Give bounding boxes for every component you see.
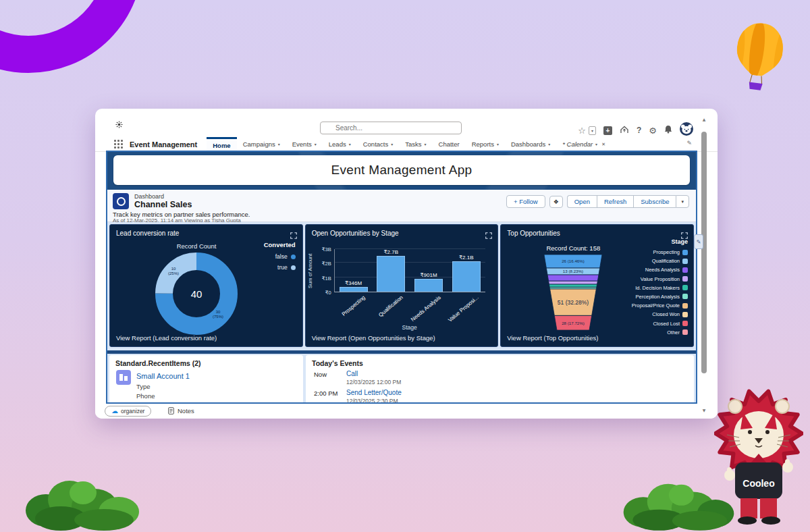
salesforce-window: ☆ ▾ + ? ⚙ Event Management Home xyxy=(95,109,718,419)
y-tick: ₹0 xyxy=(310,290,331,296)
bar-chart: ₹346M ₹2.7B ₹901M ₹2.1B xyxy=(334,249,485,292)
y-tick: ₹2B xyxy=(310,261,331,267)
chevron-down-icon: ▾ xyxy=(391,142,393,147)
event-link[interactable]: Call xyxy=(346,370,401,377)
setup-gear-icon[interactable]: ⚙ xyxy=(649,126,657,135)
window-scrollbar[interactable]: ▲ ▼ xyxy=(701,117,707,413)
y-tick: ₹1B xyxy=(310,275,331,282)
tab-reports[interactable]: Reports▾ xyxy=(466,137,505,151)
x-axis-title: Stage xyxy=(334,324,485,331)
record-fields: Type Phone Website Account OwnerTisha Gu… xyxy=(136,383,222,404)
app-launcher-icon[interactable] xyxy=(114,140,123,149)
help-icon[interactable]: ? xyxy=(637,126,641,135)
view-report-link[interactable]: View Report (Lead conversion rate) xyxy=(116,334,217,342)
legend-item[interactable]: Id. Decision Makers xyxy=(632,285,688,291)
legend-item[interactable]: Value Proposition xyxy=(632,276,688,282)
tab-leads[interactable]: Leads▾ xyxy=(323,137,357,151)
favorites-dropdown-icon[interactable]: ▾ xyxy=(589,126,596,135)
notes-utility-button[interactable]: Notes xyxy=(168,407,194,415)
chevron-down-icon: ▾ xyxy=(315,142,317,147)
trailhead-icon[interactable] xyxy=(620,124,629,136)
legend-item[interactable]: Proposal/Price Quote xyxy=(632,302,688,309)
svg-text:13 (8.23%): 13 (8.23%) xyxy=(563,269,583,273)
subscribe-button[interactable]: Subscribe xyxy=(633,195,676,208)
legend-item[interactable]: Needs Analysis xyxy=(632,267,688,273)
slice-label-false: 30(75%) xyxy=(203,310,233,319)
open-button[interactable]: Open xyxy=(567,195,597,208)
search-input[interactable] xyxy=(320,122,462,134)
legend-item-false[interactable]: false xyxy=(264,253,296,260)
legend-item[interactable]: Closed Lost xyxy=(632,321,688,327)
tab-events[interactable]: Events▾ xyxy=(286,137,323,151)
bar-needs-analysis[interactable]: ₹901M xyxy=(410,249,448,292)
lion-mascot: Cooleo xyxy=(714,373,803,528)
record-link[interactable]: Small Account 1 xyxy=(136,372,190,380)
svg-text:51 (32.28%): 51 (32.28%) xyxy=(558,299,589,306)
dashboard-canvas: Lead conversion rate Record Count 40 10(… xyxy=(107,222,696,352)
page-content: Event Management App Dashboard Channel S… xyxy=(106,151,697,404)
user-avatar[interactable] xyxy=(680,122,693,138)
dashboard-icon xyxy=(113,193,129,209)
legend-item[interactable]: Other xyxy=(632,329,688,336)
todays-events-panel: Today's Events Now Call 12/03/2025 12:00… xyxy=(306,355,694,404)
open-opportunities-panel: Open Opportunities by Stage Sum of Amoun… xyxy=(305,224,499,347)
record-type-label: Dashboard xyxy=(134,193,164,200)
view-report-link[interactable]: View Report (Open Opportunities by Stage… xyxy=(312,334,435,342)
mascot-shirt-text: Cooleo xyxy=(742,478,774,489)
legend-dot xyxy=(291,265,296,270)
y-tick: ₹3B xyxy=(310,246,331,252)
legend-dot xyxy=(291,255,296,259)
refresh-button[interactable]: Refresh xyxy=(597,195,633,208)
org-logo-icon xyxy=(115,119,123,131)
recent-items-panel: Standard.RecentItems (2) Small Account 1… xyxy=(109,355,303,404)
legend-item[interactable]: Prospecting xyxy=(632,249,688,255)
bar-qualification[interactable]: ₹2.7B xyxy=(372,249,410,292)
todays-events-title: Today's Events xyxy=(312,359,363,367)
event-row: Now Call 12/03/2025 12:00 PM xyxy=(314,370,402,385)
tab-chatter[interactable]: Chatter xyxy=(433,137,466,151)
legend-item[interactable]: Perception Analysis xyxy=(632,294,688,300)
expand-icon[interactable] xyxy=(290,230,297,242)
tab-contacts[interactable]: Contacts▾ xyxy=(357,137,400,151)
global-header: ☆ ▾ + ? ⚙ xyxy=(95,109,718,137)
tab-calendar[interactable]: * Calendar▾✕ xyxy=(556,137,612,151)
lead-conversion-panel: Lead conversion rate Record Count 40 10(… xyxy=(109,224,303,347)
chart-title: Top Opportunities xyxy=(507,230,560,237)
recent-items-title: Standard.RecentItems (2) xyxy=(115,359,201,367)
hot-air-balloon-decoration xyxy=(730,20,788,99)
legend-item-true[interactable]: true xyxy=(264,264,296,271)
legend-item[interactable]: Closed Won xyxy=(632,311,688,317)
view-report-link[interactable]: View Report (Top Opportunities) xyxy=(507,334,598,342)
tab-dashboards[interactable]: Dashboards▾ xyxy=(505,137,556,151)
favorites-star-icon[interactable]: ☆ xyxy=(578,126,586,135)
scroll-down-icon[interactable]: ▼ xyxy=(701,408,707,413)
close-tab-icon[interactable]: ✕ xyxy=(601,142,605,147)
record-count-label: Record Count: 158 xyxy=(509,244,637,252)
chart-title: Lead conversion rate xyxy=(116,230,179,237)
organizer-utility-button[interactable]: ☁ organizer xyxy=(105,406,151,417)
einstein-icon-button[interactable]: ❖ xyxy=(549,196,563,208)
global-actions-icon[interactable]: + xyxy=(603,126,612,135)
donut-legend: Converted false true xyxy=(264,241,296,275)
more-actions-dropdown[interactable]: ▾ xyxy=(676,195,689,208)
utility-bar: ☁ organizer Notes xyxy=(95,404,718,419)
notifications-bell-icon[interactable] xyxy=(664,124,672,136)
follow-button[interactable]: + Follow xyxy=(506,195,545,208)
funnel-legend: Stage Prospecting Qualification Needs An… xyxy=(632,238,688,338)
bar-value-proposition[interactable]: ₹2.1B xyxy=(448,249,485,292)
tab-campaigns[interactable]: Campaigns▾ xyxy=(237,137,286,151)
edit-dashboard-edge-tab[interactable]: ✎ xyxy=(694,234,703,249)
expand-icon[interactable] xyxy=(485,230,492,242)
scrollbar-thumb[interactable] xyxy=(701,132,707,373)
donut-axis-title: Record Count xyxy=(155,242,238,250)
chevron-down-icon: ▾ xyxy=(548,142,550,147)
legend-item[interactable]: Qualification xyxy=(632,258,688,264)
scroll-up-icon[interactable]: ▲ xyxy=(701,117,707,122)
bar-prospecting[interactable]: ₹346M xyxy=(335,249,373,292)
top-opportunities-panel: Top Opportunities Record Count: 158 26 (… xyxy=(500,224,694,347)
tab-tasks[interactable]: Tasks▾ xyxy=(399,137,432,151)
edit-page-pencil-icon[interactable]: ✎ xyxy=(686,140,692,147)
tab-home[interactable]: Home xyxy=(207,137,236,151)
event-link[interactable]: Send Letter/Quote xyxy=(346,389,402,396)
app-banner: Event Management App xyxy=(113,155,690,185)
